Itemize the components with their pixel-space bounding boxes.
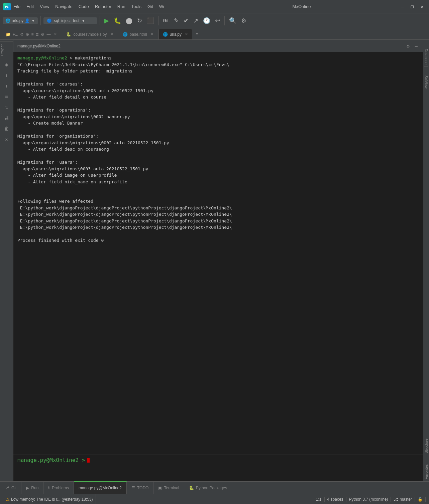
current-file[interactable]: 🌐 urls.py 👤 ▼	[3, 17, 38, 24]
profile-button[interactable]: ↻	[135, 16, 144, 25]
tab-courses-label: courses\models.py	[73, 32, 107, 37]
tab-courses-models[interactable]: 🐍 courses\models.py ✕	[62, 29, 117, 39]
status-lock[interactable]: 🔒	[415, 497, 426, 502]
terminal-input-line: manage.py@MxOnline2 >	[17, 457, 419, 463]
file-name: urls.py	[12, 18, 23, 23]
terminal-minimize-btn[interactable]: —	[414, 43, 419, 49]
menu-code[interactable]: Code	[76, 3, 92, 10]
tab-project[interactable]: 📁 P... ⚙ ⊕ ≡ ≣ ⚙ — ✕	[1, 29, 61, 39]
problems-tab-icon: ℹ	[48, 486, 50, 490]
branch-icon-status: ⎇	[394, 497, 398, 502]
sciview-panel-label[interactable]: SciView	[424, 73, 428, 91]
menu-tools[interactable]: Tools	[129, 3, 144, 10]
tool-print[interactable]: 🖨	[2, 113, 11, 123]
tab-project-plusminus[interactable]: ⊕	[26, 32, 29, 37]
bottom-tab-run[interactable]: ▶ Run	[21, 482, 43, 494]
main-toolbar: 🌐 urls.py 👤 ▼ 🔵 sql_inject_test ▼ ▶ 🐛 ⬤ …	[0, 13, 429, 28]
menu-wi[interactable]: Wi	[156, 3, 167, 10]
tab-courses-icon: 🐍	[66, 32, 71, 37]
tab-project-align2[interactable]: ≣	[35, 32, 39, 37]
separator-4	[224, 16, 225, 25]
branch-icon: 🔵	[47, 18, 52, 23]
menu-git[interactable]: Git	[145, 3, 156, 10]
branch-selector[interactable]: 🔵 sql_inject_test ▼	[43, 17, 97, 24]
tab-project-close[interactable]: ✕	[54, 32, 57, 36]
tool-scroll-down[interactable]: ↓	[2, 81, 11, 91]
tab-project-settings[interactable]: ⚙	[20, 32, 24, 37]
close-button[interactable]: ✕	[418, 3, 426, 10]
tool-close[interactable]: ✕	[2, 135, 11, 144]
tool-align-left[interactable]: ≡	[2, 92, 11, 101]
tab-overflow[interactable]: ▾	[193, 30, 201, 38]
database-panel-label[interactable]: Database	[424, 47, 428, 67]
terminal-header: manage.py@MxOnline2 ⚙ —	[13, 40, 423, 52]
status-position[interactable]: 1:1	[313, 497, 325, 502]
tab-base-label: base.html	[130, 32, 147, 37]
tab-project-align[interactable]: ≡	[31, 32, 33, 37]
terminal-settings-btn[interactable]: ⚙	[405, 43, 411, 49]
bottom-tab-python-packages[interactable]: 🐍 Python Packages	[184, 482, 232, 494]
bottom-tab-git[interactable]: ⎇ Git	[0, 482, 21, 494]
status-indent[interactable]: 4 spaces	[325, 497, 346, 502]
stop-button[interactable]: ⬛	[145, 16, 156, 25]
status-memory-warning[interactable]: ⚠ Low memory: The IDE is r... (yesterday…	[3, 494, 96, 504]
terminal-prompt-1: manage.py@MxOnline2	[17, 55, 67, 60]
structure-panel-label[interactable]: Structure	[424, 437, 428, 456]
status-bar: ⚠ Low memory: The IDE is r... (yesterday…	[0, 494, 429, 504]
status-memory-text: Low memory: The IDE is r... (yesterday 1…	[11, 497, 93, 502]
settings-button[interactable]: ⚙	[239, 16, 248, 25]
tab-urls-close[interactable]: ✕	[185, 32, 188, 36]
project-panel-label[interactable]: Project	[0, 41, 13, 58]
terminal-main-icon: ▣	[158, 486, 162, 490]
git-commit-button[interactable]: ✔	[182, 16, 190, 25]
git-update-button[interactable]: ✎	[172, 16, 181, 25]
tab-base-close[interactable]: ✕	[150, 32, 153, 36]
tool-scroll-up[interactable]: ↑	[2, 70, 11, 80]
bottom-tab-todo[interactable]: ☰ TODO	[127, 482, 153, 494]
user-icon: 👤	[25, 18, 30, 23]
run-tab-label: Run	[31, 486, 38, 490]
menu-navigate[interactable]: Navigate	[52, 3, 75, 10]
tab-project-minus[interactable]: —	[46, 32, 50, 37]
bottom-tab-terminal[interactable]: manage.py@MxOnline2	[74, 481, 127, 494]
status-python-version[interactable]: Python 3.7 (mxonline)	[346, 497, 391, 502]
tab-courses-close[interactable]: ✕	[110, 32, 113, 36]
maximize-button[interactable]: ❐	[409, 3, 416, 10]
minimize-button[interactable]: —	[399, 3, 406, 10]
branch-name-status: master	[400, 497, 412, 502]
bottom-tab-problems[interactable]: ℹ Problems	[43, 482, 74, 494]
coverage-button[interactable]: ⬤	[124, 16, 134, 25]
menu-file[interactable]: File	[11, 3, 23, 10]
git-rollback-button[interactable]: ↩	[213, 16, 222, 25]
tool-sort[interactable]: ⇅	[2, 103, 11, 112]
separator-2	[100, 16, 100, 25]
tool-delete[interactable]: 🗑	[2, 124, 11, 133]
menu-run[interactable]: Run	[115, 3, 128, 10]
tab-urls-icon: 🌐	[163, 32, 168, 37]
todo-tab-icon: ☰	[131, 486, 135, 490]
app-title: MxOnline	[205, 4, 399, 9]
git-history-button[interactable]: 🕐	[201, 16, 212, 25]
tab-base-icon: 🌐	[123, 32, 128, 37]
menu-edit[interactable]: Edit	[24, 3, 36, 10]
tab-urls[interactable]: 🌐 urls.py ✕	[158, 29, 192, 39]
status-branch[interactable]: ⎇ master	[391, 497, 415, 502]
file-icon: 🌐	[5, 18, 10, 23]
main-layout: Project ◉ ↑ ↓ ≡ ⇅ 🖨 🗑 ✕ manage.py@MxOnli…	[0, 40, 429, 481]
bottom-tab-terminal-main[interactable]: ▣ Terminal	[153, 482, 184, 494]
terminal-output[interactable]: manage.py@MxOnline2 > makemigrations "C:…	[13, 52, 423, 455]
left-tools: Project ◉ ↑ ↓ ≡ ⇅ 🖨 🗑 ✕	[0, 40, 13, 481]
tab-project-gear[interactable]: ⚙	[41, 32, 44, 37]
search-button[interactable]: 🔍	[227, 16, 238, 25]
menu-view[interactable]: View	[37, 3, 52, 10]
run-button[interactable]: ▶	[103, 16, 111, 25]
todo-tab-label: TODO	[137, 486, 148, 490]
tab-base-html[interactable]: 🌐 base.html ✕	[118, 29, 158, 39]
debug-button[interactable]: 🐛	[112, 16, 123, 25]
terminal-input-area: manage.py@MxOnline2 >	[13, 455, 423, 481]
git-push-button[interactable]: ↗	[192, 16, 200, 25]
python-packages-icon: 🐍	[189, 486, 194, 490]
favorites-panel-label[interactable]: Favorites	[424, 462, 428, 481]
menu-refactor[interactable]: Refactor	[92, 3, 114, 10]
tool-icon-1[interactable]: ◉	[2, 60, 11, 69]
